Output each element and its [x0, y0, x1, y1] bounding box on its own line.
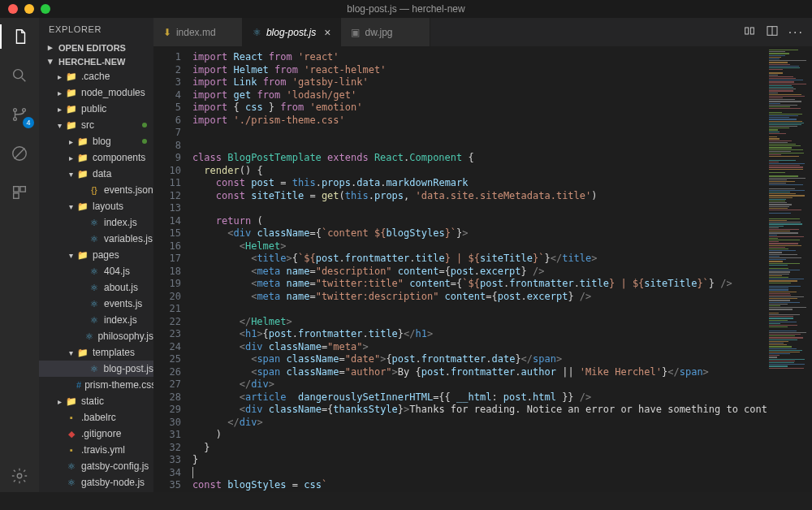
minimize-window-button[interactable]: [24, 4, 34, 14]
tree-row[interactable]: ⚛gatsby-node.js: [39, 474, 153, 491]
tree-row[interactable]: ⚛index.js: [39, 214, 153, 231]
tree-label: about.js: [104, 282, 138, 293]
tab-label: dw.jpg: [365, 27, 392, 38]
more-actions-icon[interactable]: ···: [788, 25, 804, 40]
tree-row[interactable]: ⚛about.js: [39, 279, 153, 296]
tree-row[interactable]: ⚛gatsby-config.js: [39, 458, 153, 474]
status-bar[interactable]: [0, 492, 812, 510]
tree-label: layouts: [93, 201, 123, 212]
tree-row[interactable]: ▸📁public: [39, 101, 153, 117]
tree-row[interactable]: ⚛events.js: [39, 296, 153, 312]
svg-rect-6: [20, 187, 25, 192]
modified-dot-icon: [142, 123, 147, 128]
tree-row[interactable]: ⚛blog-post.js: [39, 361, 153, 377]
minimap[interactable]: [767, 46, 812, 492]
tab-label: blog-post.js: [266, 27, 316, 38]
tree-row[interactable]: ▾📁layouts: [39, 198, 153, 214]
tree-label: gatsby-config.js: [81, 460, 149, 472]
tree-row[interactable]: ▪.babelrc: [39, 409, 153, 426]
svg-point-1: [14, 109, 17, 112]
chevron-right-icon: ▸: [54, 72, 65, 81]
chevron-down-icon: ▾: [45, 56, 55, 67]
split-editor-icon[interactable]: [766, 24, 779, 40]
tree-row[interactable]: ⚙package-lock.json: [39, 491, 153, 492]
activity-debug[interactable]: [0, 141, 39, 166]
tree-row[interactable]: ⚛404.js: [39, 263, 153, 279]
tree-row[interactable]: ▾📁src: [39, 117, 153, 133]
tree-row[interactable]: ▾📁data: [39, 166, 153, 182]
maximize-window-button[interactable]: [41, 4, 50, 14]
section-label: OPEN EDITORS: [58, 43, 126, 53]
tree-row[interactable]: ▸📁static: [39, 393, 153, 409]
tree-row[interactable]: ⚛variables.js: [39, 231, 153, 247]
activity-extensions[interactable]: [0, 180, 39, 205]
editor-tab[interactable]: ⚛blog-post.js×: [243, 18, 342, 46]
file-icon: 📁: [76, 249, 89, 261]
chevron-down-icon: ▾: [65, 202, 76, 211]
tree-label: .cache: [81, 71, 110, 82]
section-open-editors[interactable]: ▸ OPEN EDITORS: [39, 41, 153, 54]
close-tab-icon[interactable]: ×: [324, 26, 330, 39]
section-label: HERCHEL-NEW: [58, 57, 126, 67]
editor-group: ⬇index.md⚛blog-post.js×▣dw.jpg ··· 12345…: [153, 18, 812, 492]
tree-row[interactable]: ▪.travis.yml: [39, 442, 153, 458]
editor-tab[interactable]: ▣dw.jpg: [341, 18, 430, 46]
tree-row[interactable]: ▸📁node_modules: [39, 84, 153, 101]
tree-row[interactable]: ▸📁components: [39, 149, 153, 166]
svg-rect-10: [750, 28, 754, 34]
tree-row[interactable]: ▾📁templates: [39, 344, 153, 361]
file-icon: 📁: [76, 167, 89, 180]
tree-row[interactable]: ⚛index.js: [39, 312, 153, 328]
extensions-icon: [11, 184, 28, 201]
chevron-right-icon: ▸: [54, 397, 65, 406]
tree-row[interactable]: ▸📁.cache: [39, 68, 153, 84]
tree-row[interactable]: ⚛philosophy.js: [39, 328, 153, 344]
file-icon: ◆: [65, 427, 78, 440]
modified-dot-icon: [142, 139, 147, 144]
editor-tab[interactable]: ⬇index.md: [153, 18, 243, 46]
tree-label: events.js: [104, 298, 142, 309]
tree-label: .babelrc: [81, 412, 116, 423]
file-icon: ⚛: [88, 297, 101, 310]
file-tree[interactable]: ▸📁.cache▸📁node_modules▸📁public▾📁src▸📁blo…: [39, 68, 153, 492]
filetype-icon: ▣: [351, 27, 360, 38]
activity-source-control[interactable]: 4: [0, 102, 39, 127]
file-icon: 📁: [65, 395, 78, 408]
tree-label: components: [93, 152, 145, 163]
tree-row[interactable]: {}events.json: [39, 182, 153, 198]
tree-label: variables.js: [104, 233, 153, 244]
activity-search[interactable]: [0, 63, 39, 88]
code-content[interactable]: import React from 'react'import Helmet f…: [189, 46, 767, 492]
file-icon: 📁: [65, 86, 78, 99]
editor-actions: ···: [743, 18, 812, 46]
tree-label: 404.js: [104, 266, 130, 277]
file-icon: 📁: [65, 70, 78, 83]
activity-settings[interactable]: [0, 468, 39, 492]
tree-row[interactable]: ▸📁blog: [39, 133, 153, 149]
chevron-right-icon: ▸: [54, 89, 65, 97]
tree-row[interactable]: ▾📁pages: [39, 247, 153, 263]
tree-row[interactable]: ◆.gitignore: [39, 426, 153, 442]
compare-changes-icon[interactable]: [743, 24, 756, 40]
tree-row[interactable]: #prism-theme.css: [39, 377, 153, 393]
file-icon: ⚛: [84, 330, 94, 343]
sidebar-title: EXPLORER: [39, 18, 153, 41]
svg-point-3: [23, 109, 26, 112]
file-icon: 📁: [65, 102, 78, 115]
filetype-icon: ⬇: [163, 27, 171, 38]
close-window-button[interactable]: [8, 4, 18, 14]
file-icon: ⚛: [88, 313, 101, 326]
search-icon: [11, 67, 28, 84]
activity-explorer[interactable]: [0, 24, 39, 49]
section-project[interactable]: ▾ HERCHEL-NEW: [39, 54, 153, 68]
filetype-icon: ⚛: [253, 27, 261, 38]
line-gutter: 1234567891011121314151617181920212223242…: [153, 46, 189, 492]
chevron-down-icon: ▾: [65, 251, 76, 260]
tree-label: index.js: [104, 217, 137, 228]
svg-rect-9: [745, 28, 748, 34]
tree-label: philosophy.js: [97, 331, 153, 342]
file-icon: ⚛: [88, 362, 101, 375]
file-icon: ⚛: [65, 476, 78, 489]
code-area[interactable]: 1234567891011121314151617181920212223242…: [153, 46, 812, 492]
tree-label: data: [93, 168, 111, 179]
